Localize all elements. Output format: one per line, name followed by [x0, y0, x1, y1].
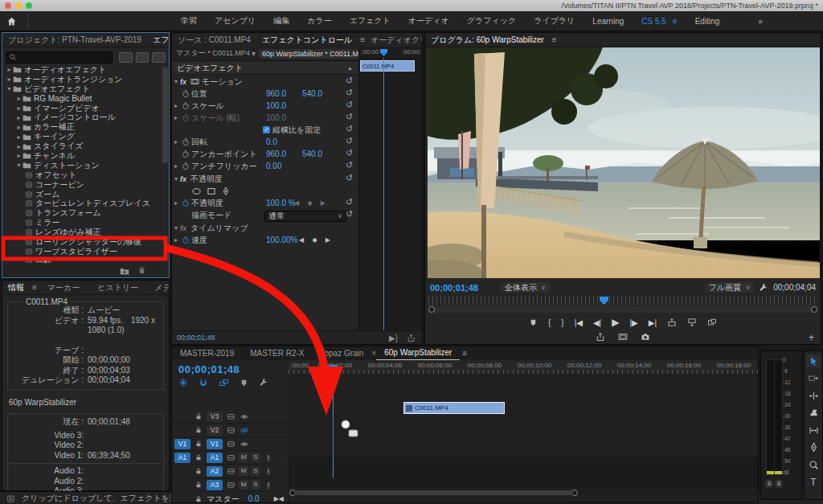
track-lock-icon[interactable]	[193, 453, 204, 463]
toggle-animation-stopwatch-icon[interactable]	[180, 199, 191, 207]
scale-label[interactable]: スケール	[191, 100, 224, 112]
accelerated-effects-badge-icon[interactable]	[119, 52, 133, 63]
safe-margins-icon[interactable]	[618, 332, 628, 342]
disclosure-triangle-icon[interactable]: ▾	[172, 175, 180, 182]
workspace-tab-assembly[interactable]: アセンブリ	[215, 15, 256, 27]
mute-track-button[interactable]: M	[239, 466, 248, 476]
add-button-icon[interactable]: +	[809, 332, 814, 343]
sequence-tab-60p-warpstabilizer[interactable]: 60p WarpStabilizer	[376, 346, 460, 360]
sequence-tab-master-2019[interactable]: MASTER-2019	[172, 349, 242, 358]
source-patch-a1[interactable]: A1	[174, 453, 190, 463]
toggle-animation-stopwatch-icon[interactable]	[180, 162, 191, 170]
program-video-preview[interactable]	[428, 47, 820, 278]
opacity-value[interactable]: 100.0 %	[266, 199, 296, 207]
scale-value[interactable]: 100.0	[266, 101, 286, 110]
uniform-scale-checkbox[interactable]: ✓	[263, 126, 270, 133]
effects-tree-item[interactable]: 回転	[2, 256, 169, 263]
effects-tree-item[interactable]: ▾ディストーション	[2, 161, 169, 170]
track-a1-toggle[interactable]: A1	[207, 453, 223, 463]
chevron-down-icon[interactable]: ▾	[252, 49, 256, 58]
master-volume-value[interactable]: 0.0	[248, 494, 260, 503]
blend-mode-select[interactable]: 通常∨	[264, 211, 346, 222]
track-lock-icon[interactable]	[193, 425, 204, 436]
toggle-animation-stopwatch-icon[interactable]	[180, 150, 191, 158]
effects-tree-item[interactable]: ▸スタイライズ	[2, 141, 169, 151]
anchor-x-value[interactable]: 960.0	[266, 150, 286, 158]
mark-out-button[interactable]: }	[561, 318, 563, 327]
type-tool[interactable]: T	[806, 476, 821, 489]
tab-audio-clip-mixer[interactable]: オーディオクリップミキサー : 60p	[365, 33, 422, 47]
toggle-animation-stopwatch-icon[interactable]	[180, 236, 191, 244]
track-v3-toggle[interactable]: V3	[207, 412, 223, 422]
rotation-value[interactable]: 0.0	[266, 137, 277, 146]
ripple-edit-tool[interactable]	[806, 389, 821, 402]
tab-program-monitor[interactable]: プログラム: 60p WarpStabilizer	[425, 33, 550, 47]
reset-icon[interactable]: ↺	[346, 148, 353, 158]
home-button[interactable]	[6, 14, 28, 28]
program-playhead-marker[interactable]	[600, 297, 608, 305]
speed-value[interactable]: 100.00%	[266, 236, 297, 244]
effects-tree-item[interactable]: オフセット	[2, 170, 169, 180]
speed-label[interactable]: 速度	[191, 235, 207, 246]
timeline-settings-wrench-icon[interactable]	[259, 378, 268, 387]
uniform-scale-label[interactable]: 縦横比を固定	[272, 125, 321, 136]
opacity-group-label[interactable]: 不透明度	[190, 174, 223, 185]
effects-tree-item[interactable]: ▸イメージコントロール	[2, 113, 169, 122]
effects-tree-item-warp-stabilizer[interactable]: ワープスタビライザー	[2, 247, 169, 256]
sequence-tab-master-r2x[interactable]: MASTER R2-X	[242, 349, 312, 358]
antiflicker-label[interactable]: アンチフリッカー	[191, 161, 257, 172]
linked-selection-icon[interactable]	[219, 378, 229, 387]
mute-track-button[interactable]: M	[239, 480, 248, 490]
zoom-tool[interactable]	[806, 458, 821, 471]
effect-controls-timecode[interactable]: 00;00;01;48	[177, 334, 215, 342]
workspace-tab-libraries[interactable]: ライブラリ	[534, 15, 575, 27]
opacity-label[interactable]: 不透明度	[191, 198, 223, 209]
sync-lock-icon[interactable]	[225, 480, 236, 490]
track-lock-icon[interactable]	[193, 494, 204, 504]
reset-icon[interactable]: ↺	[346, 100, 353, 110]
playhead-marker[interactable]	[380, 49, 387, 56]
tab-history[interactable]: ヒストリー	[92, 281, 144, 294]
sync-lock-icon[interactable]	[225, 412, 236, 422]
track-lock-icon[interactable]	[193, 466, 204, 477]
step-back-button[interactable]: ◀|	[593, 318, 601, 327]
pen-tool[interactable]	[806, 441, 821, 454]
track-a3-toggle[interactable]: A3	[207, 480, 223, 490]
sequence-tab-topaz-grain[interactable]: Topaz Grain	[312, 349, 371, 358]
play-around-icon[interactable]: ▶}	[389, 334, 398, 342]
tab-source-monitor[interactable]: ソース : C0011.MP4	[172, 33, 256, 47]
position-label[interactable]: 位置	[191, 88, 207, 100]
position-y-value[interactable]: 540.0	[302, 89, 322, 98]
sync-lock-icon[interactable]	[225, 425, 236, 436]
motion-group-label[interactable]: モーション	[202, 76, 243, 88]
track-output-eye-off-icon[interactable]	[239, 425, 250, 436]
yuv-effects-badge-icon[interactable]	[152, 52, 166, 63]
workspace-tab-audio[interactable]: オーディオ	[408, 15, 449, 27]
tab-project[interactable]: プロジェクト: PTN-Travel-AVP-2019	[2, 33, 147, 47]
effect-controls-ruler[interactable]: ;00;00 00;00;	[359, 47, 422, 59]
toggle-animation-stopwatch-icon[interactable]	[180, 101, 191, 110]
master-clip-label[interactable]: マスター * C0011.MP4	[176, 48, 250, 59]
toggle-animation-stopwatch-icon[interactable]	[180, 137, 191, 146]
lift-icon[interactable]	[667, 318, 677, 327]
sync-lock-icon[interactable]	[225, 453, 236, 463]
track-lock-icon[interactable]	[193, 439, 204, 449]
go-to-in-button[interactable]: |◀	[575, 318, 583, 327]
workspace-tab-learning-jp[interactable]: 学習	[181, 15, 197, 27]
solo-track-button[interactable]: S	[251, 453, 260, 462]
timeline-clip-c0011[interactable]: C0011.MP4	[403, 402, 505, 414]
effects-tree-item[interactable]: トランスフォーム	[2, 208, 169, 218]
reset-icon[interactable]: ↺	[346, 197, 353, 207]
track-v2-toggle[interactable]: V2	[207, 425, 223, 436]
new-bin-icon[interactable]	[120, 266, 129, 276]
solo-meter-button[interactable]: S	[775, 480, 783, 488]
export-icon[interactable]	[407, 334, 416, 342]
reset-icon[interactable]: ↺	[346, 160, 353, 170]
time-remap-group-label[interactable]: タイムリマップ	[190, 223, 248, 234]
disclosure-triangle-icon[interactable]: ▸	[172, 199, 180, 207]
timeline-ruler[interactable]: ;00;00 00;00;02;00 00;00;04;00 00;00;06;…	[289, 360, 758, 375]
play-button[interactable]: ▶	[612, 317, 619, 328]
solo-track-button[interactable]: S	[251, 466, 260, 476]
timeline-horizontal-scrollbar[interactable]	[289, 489, 758, 496]
mark-in-button[interactable]: {	[548, 318, 551, 327]
